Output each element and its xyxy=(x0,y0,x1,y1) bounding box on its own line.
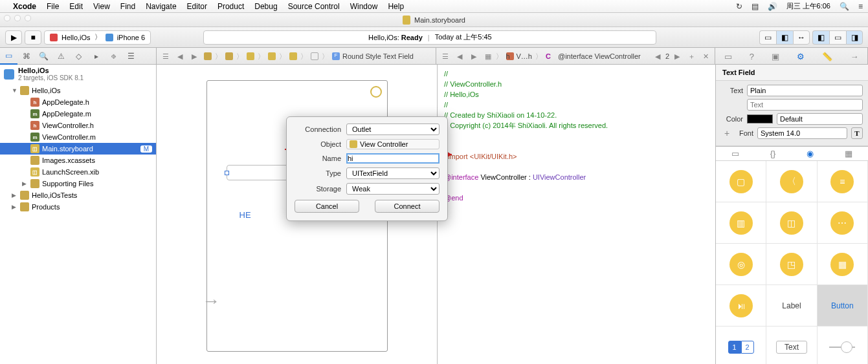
menu-product[interactable]: Product xyxy=(217,2,244,11)
assistant-editor-button[interactable]: ◧ xyxy=(776,30,793,45)
menu-navigate[interactable]: Navigate xyxy=(146,2,176,11)
jump-bar-left[interactable]: ☰ ◀ ▶ 〉 〉 〉 〉 〉 〉 FRound Style Text Fiel… xyxy=(157,48,436,65)
clock[interactable]: 周三 上午6:06 xyxy=(786,1,830,11)
related-items-icon[interactable]: ☰ xyxy=(439,50,452,63)
jump-bar-right[interactable]: ☰ ◀ ▶ ▦〉 hV…h〉 C @interface ViewControll… xyxy=(436,48,716,65)
media-library-icon[interactable]: ▦ xyxy=(845,149,852,158)
color-select[interactable]: Default xyxy=(777,113,863,125)
connections-inspector-icon[interactable]: → xyxy=(850,52,858,61)
file-row[interactable]: Images.xcassets xyxy=(0,155,156,166)
related-items-icon[interactable]: ☰ xyxy=(159,50,172,63)
menu-file[interactable]: File xyxy=(47,2,59,11)
file-row[interactable]: hViewController.h xyxy=(0,120,156,131)
notification-center-icon[interactable]: ≡ xyxy=(858,2,863,11)
lib-textfield[interactable]: Text xyxy=(766,327,817,364)
menu-debug[interactable]: Debug xyxy=(254,2,277,11)
menu-window[interactable]: Window xyxy=(350,2,378,11)
menu-source-control[interactable]: Source Control xyxy=(288,2,340,11)
size-inspector-icon[interactable]: 📏 xyxy=(822,52,832,61)
scheme-selector[interactable]: Hello,iOs 〉 iPhone 6 xyxy=(44,30,151,45)
lib-slider[interactable] xyxy=(818,327,868,364)
prev-counterpart[interactable]: ◀ xyxy=(651,50,664,63)
font-select[interactable]: System 14.0 xyxy=(757,127,847,139)
lib-label[interactable]: Label xyxy=(766,285,817,327)
source-editor[interactable]: // // ViewController.h // Hello,iOs // /… xyxy=(438,65,715,364)
lib-nav-controller[interactable]: 〈 xyxy=(766,161,817,202)
forward-button[interactable]: ▶ xyxy=(188,50,201,63)
text-value-input[interactable] xyxy=(747,99,863,111)
project-navigator-icon[interactable]: ▭ xyxy=(0,48,17,65)
project-row[interactable]: Hello,iOs 2 targets, iOS SDK 8.1 xyxy=(0,65,156,83)
close-assistant[interactable]: ✕ xyxy=(699,50,712,63)
find-navigator-icon[interactable]: 🔍 xyxy=(35,48,52,65)
file-row[interactable]: mAppDelegate.m xyxy=(0,108,156,120)
file-row[interactable]: mViewController.m xyxy=(0,131,156,143)
menu-editor[interactable]: Editor xyxy=(187,2,207,11)
next-counterpart[interactable]: ▶ xyxy=(671,50,684,63)
type-select[interactable]: UITextField xyxy=(346,167,440,179)
lib-segmented[interactable]: 12 xyxy=(716,327,766,364)
timemachine-icon[interactable]: ↻ xyxy=(736,2,742,11)
file-inspector-icon[interactable]: ▭ xyxy=(724,52,732,61)
debug-navigator-icon[interactable]: ▸ xyxy=(87,48,105,65)
add-attribute-button[interactable]: + xyxy=(721,128,733,138)
label-element[interactable]: HE xyxy=(239,210,251,220)
lib-object[interactable]: ⏯ xyxy=(716,285,766,327)
scene-dock-icon[interactable] xyxy=(370,86,382,98)
object-library-icon[interactable]: ◉ xyxy=(807,149,814,158)
volume-icon[interactable]: 🔊 xyxy=(768,2,777,11)
identity-inspector-icon[interactable]: ▣ xyxy=(772,52,779,61)
resize-handle[interactable] xyxy=(225,171,229,175)
lib-page-vc[interactable]: ⋯ xyxy=(818,202,868,244)
file-row[interactable]: hAppDelegate.h xyxy=(0,96,156,108)
quickhelp-inspector-icon[interactable]: ? xyxy=(750,52,754,61)
name-input[interactable] xyxy=(346,153,440,164)
toggle-navigator-button[interactable]: ◧ xyxy=(812,30,829,45)
lib-split-vc[interactable]: ◫ xyxy=(766,202,817,244)
toggle-utilities-button[interactable]: ◨ xyxy=(846,30,863,45)
close-window-button[interactable] xyxy=(4,15,10,21)
lib-button[interactable]: Button xyxy=(818,285,868,327)
lib-collection-vc[interactable]: ◳ xyxy=(766,244,817,285)
storage-select[interactable]: Weak xyxy=(346,183,440,195)
cancel-button[interactable]: Cancel xyxy=(295,200,359,213)
add-assistant[interactable]: ＋ xyxy=(685,50,698,63)
menu-view[interactable]: View xyxy=(93,2,110,11)
lib-glkit-vc[interactable]: ◎ xyxy=(716,244,766,285)
app-menu[interactable]: Xcode xyxy=(13,2,36,11)
menu-find[interactable]: Find xyxy=(120,2,135,11)
group-row[interactable]: ▶Products xyxy=(0,201,156,213)
breakpoint-navigator-icon[interactable]: ⎆ xyxy=(105,48,122,65)
file-row-selected[interactable]: ◫Main.storyboardM xyxy=(0,143,156,155)
test-navigator-icon[interactable]: ◇ xyxy=(70,48,87,65)
text-style-select[interactable]: Plain xyxy=(747,85,863,96)
back-button[interactable]: ◀ xyxy=(173,50,186,63)
input-source-icon[interactable]: ▤ xyxy=(751,2,759,11)
group-row[interactable]: ▶Supporting Files xyxy=(0,178,156,189)
standard-editor-button[interactable]: ▭ xyxy=(759,30,776,45)
file-row[interactable]: ◫LaunchScreen.xib xyxy=(0,166,156,178)
report-navigator-icon[interactable]: ☰ xyxy=(122,48,140,65)
menu-help[interactable]: Help xyxy=(388,2,404,11)
group-row[interactable]: ▼Hello,iOs xyxy=(0,85,156,96)
symbol-navigator-icon[interactable]: ⌘ xyxy=(17,48,35,65)
code-snippet-library-icon[interactable]: {} xyxy=(770,149,776,158)
run-button[interactable]: ▶ xyxy=(5,30,22,45)
lib-view-controller[interactable]: ▢ xyxy=(716,161,766,202)
connection-select[interactable]: Outlet xyxy=(346,123,440,135)
color-swatch[interactable] xyxy=(747,114,773,123)
file-template-library-icon[interactable]: ▭ xyxy=(731,149,739,158)
back-button[interactable]: ◀ xyxy=(453,50,466,63)
version-editor-button[interactable]: ↔ xyxy=(793,30,810,45)
minimize-window-button[interactable] xyxy=(14,15,21,21)
stop-button[interactable]: ■ xyxy=(25,30,41,45)
forward-button[interactable]: ▶ xyxy=(467,50,480,63)
font-panel-button[interactable]: T xyxy=(851,127,863,139)
spotlight-icon[interactable]: 🔍 xyxy=(840,2,849,11)
counterparts-icon[interactable]: ▦ xyxy=(482,50,495,63)
toggle-debug-button[interactable]: ▭ xyxy=(829,30,846,45)
issue-navigator-icon[interactable]: ⚠ xyxy=(52,48,70,65)
lib-tab-vc[interactable]: ▥ xyxy=(716,202,766,244)
attributes-inspector-icon[interactable]: ⚙ xyxy=(797,52,805,61)
menu-edit[interactable]: Edit xyxy=(69,2,83,11)
